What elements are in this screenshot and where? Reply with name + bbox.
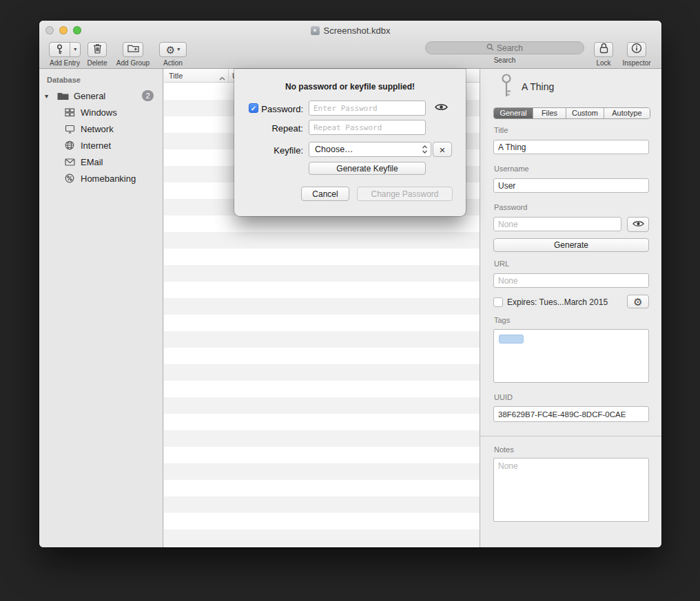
add-entry-toolbar-item: ▾ Add Entry [46, 42, 83, 67]
envelope-icon [63, 158, 76, 166]
clear-keyfile-button[interactable]: × [433, 142, 452, 157]
entry-title-heading: A Thing [522, 81, 554, 92]
tab-general[interactable]: General [494, 108, 533, 118]
sidebar-item-general[interactable]: ▾ General 2 [39, 87, 163, 104]
uuid-input[interactable] [493, 406, 649, 422]
sheet-message: No password or keyfile supplied! [234, 82, 466, 92]
action-button[interactable]: ⚙ ▾ [159, 42, 187, 57]
repeat-password-input[interactable] [309, 120, 426, 135]
trash-icon [93, 43, 102, 56]
password-input[interactable] [309, 101, 426, 116]
uuid-field-label: UUID [494, 393, 513, 401]
lock-label: Lock [596, 59, 610, 67]
inspector-tabs: General Files Custom Autotype [493, 107, 650, 119]
search-icon [486, 43, 494, 53]
action-label: Action [163, 59, 183, 67]
sidebar-item-internet[interactable]: Internet [39, 137, 163, 154]
expires-settings-button[interactable]: ⚙ [627, 295, 649, 308]
close-icon: × [440, 145, 446, 155]
delete-toolbar-item: Delete [85, 42, 110, 67]
tab-files[interactable]: Files [533, 108, 566, 118]
search-placeholder: Search [497, 43, 523, 53]
title-input[interactable] [493, 140, 649, 154]
tags-field-label: Tags [494, 316, 510, 324]
tag-chip[interactable] [499, 335, 524, 344]
url-input[interactable] [493, 273, 649, 288]
search-label: Search [494, 56, 516, 64]
windows-icon [63, 108, 76, 117]
password-field-label: Password [494, 203, 527, 211]
url-field-label: URL [494, 260, 509, 268]
reveal-password-button[interactable] [431, 101, 451, 116]
sidebar-item-network[interactable]: Network [39, 120, 163, 137]
percent-coin-icon [63, 173, 76, 183]
reveal-password-button[interactable] [627, 217, 649, 232]
delete-label: Delete [88, 59, 107, 67]
sidebar-item-label: Windows [81, 107, 117, 118]
tab-custom[interactable]: Custom [566, 108, 604, 118]
expires-row: Expires: Tues...March 2015 [493, 296, 648, 308]
sort-ascending-icon [219, 74, 225, 82]
notes-textarea[interactable] [493, 458, 649, 522]
change-password-button[interactable]: Change Password [357, 187, 453, 201]
repeat-field-label: Repeat: [260, 123, 303, 134]
folder-plus-icon [127, 43, 139, 56]
disclosure-triangle-icon[interactable]: ▾ [45, 92, 52, 100]
stepper-chevrons-icon [422, 145, 428, 154]
action-toolbar-item: ⚙ ▾ Action [156, 42, 189, 67]
add-entry-label: Add Entry [50, 59, 80, 67]
check-icon: ✓ [251, 105, 256, 112]
inspector-toggle-button[interactable] [627, 42, 646, 57]
window-titlebar: Screenshot.kdbx [39, 21, 661, 40]
keyfile-field-label: Keyfile: [260, 145, 303, 156]
tags-token-field[interactable] [493, 329, 649, 383]
add-group-label: Add Group [116, 59, 150, 67]
cancel-button[interactable]: Cancel [301, 187, 349, 201]
gear-icon: ⚙ [166, 45, 175, 55]
sidebar-item-label: Internet [81, 140, 111, 151]
inspector-panel: A Thing General Files Custom Autotype Ti… [480, 69, 661, 547]
sidebar-item-label: Network [81, 124, 114, 134]
document-icon [311, 26, 320, 35]
gear-icon: ⚙ [633, 297, 642, 307]
expires-checkbox[interactable] [493, 297, 503, 307]
generate-keyfile-button[interactable]: Generate Keyfile [309, 162, 426, 175]
chevron-down-icon: ▾ [74, 47, 76, 52]
network-icon [63, 125, 76, 134]
sidebar-section-header: Database [47, 76, 81, 84]
column-divider[interactable] [228, 69, 229, 82]
inspector-divider [480, 436, 661, 436]
lock-button[interactable] [594, 42, 613, 57]
password-checkbox[interactable]: ✓ [249, 103, 258, 113]
sidebar-item-email[interactable]: EMail [39, 154, 163, 170]
globe-icon [63, 140, 76, 150]
keyfile-popup-button[interactable]: Choose… [309, 142, 431, 157]
sidebar-item-windows[interactable]: Windows [39, 104, 163, 120]
username-field-label: Username [494, 165, 529, 173]
search-input[interactable]: Search [425, 41, 584, 54]
eye-icon [435, 103, 448, 114]
column-header-title[interactable]: Title [169, 72, 183, 80]
title-field-label: Title [494, 126, 508, 134]
folder-icon [56, 92, 70, 101]
add-entry-dropdown-button[interactable]: ▾ [70, 43, 80, 56]
eye-icon [632, 220, 644, 230]
notes-field-label: Notes [494, 445, 514, 454]
delete-button[interactable] [88, 42, 107, 57]
add-group-button[interactable] [123, 42, 143, 57]
keyfile-selected-value: Choose… [315, 145, 422, 154]
inspector-label: Inspector [622, 59, 650, 67]
sidebar-item-homebanking[interactable]: Homebanking [39, 170, 163, 187]
key-icon [497, 73, 515, 102]
sidebar: Database ▾ General 2 Windows [39, 69, 163, 547]
key-plus-icon [50, 43, 70, 56]
add-entry-button[interactable]: ▾ [49, 42, 81, 57]
username-input[interactable] [493, 178, 649, 193]
password-input[interactable] [493, 217, 621, 231]
app-window: Screenshot.kdbx ▾ Add Entry [39, 21, 661, 547]
generate-password-button[interactable]: Generate [493, 238, 649, 252]
search-toolbar-item: Search Search [425, 41, 584, 64]
tab-autotype[interactable]: Autotype [604, 108, 650, 118]
inspector-toolbar-item: Inspector [617, 42, 657, 67]
lock-toolbar-item: Lock [593, 42, 614, 67]
